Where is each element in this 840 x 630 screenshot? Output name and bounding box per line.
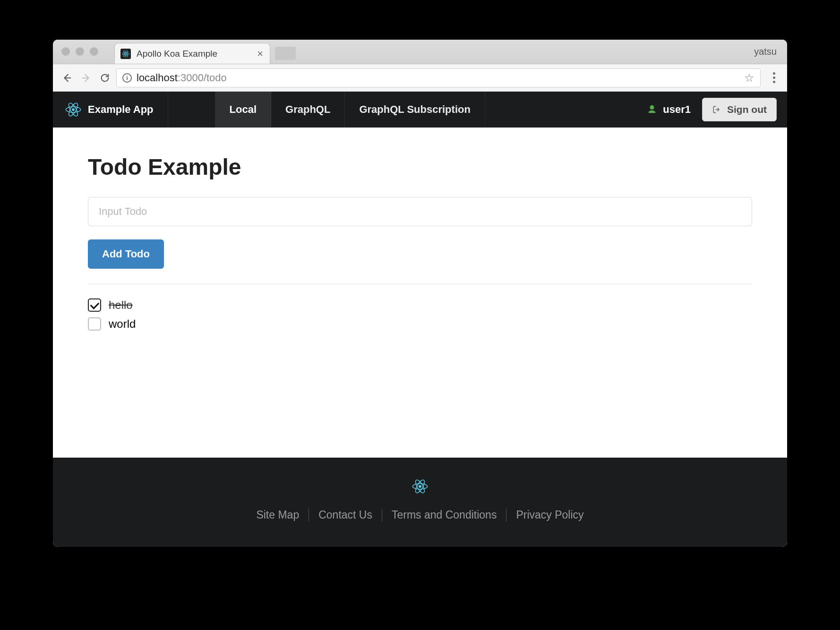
window-maximize-dot[interactable] — [90, 47, 98, 56]
react-icon — [412, 478, 428, 494]
app-nav: Example App Local GraphQL GraphQL Subscr… — [53, 92, 787, 128]
window-close-dot[interactable] — [61, 47, 70, 56]
sign-out-label: Sign out — [727, 104, 767, 115]
chrome-menu-button[interactable] — [767, 72, 780, 83]
footer: Site Map Contact Us Terms and Conditions… — [53, 458, 787, 547]
chrome-tab-strip: Apollo Koa Example × yatsu — [53, 40, 787, 64]
add-todo-button[interactable]: Add Todo — [88, 239, 164, 269]
todo-item: hello — [88, 296, 752, 315]
divider — [88, 284, 752, 284]
todo-text: hello — [109, 298, 133, 312]
url-path: :3000/todo — [178, 72, 227, 84]
profile-name[interactable]: yatsu — [754, 46, 777, 57]
arrow-right-icon — [81, 73, 91, 83]
todo-text: world — [109, 317, 136, 331]
todo-input[interactable] — [88, 197, 752, 226]
browser-tab[interactable]: Apollo Koa Example × — [114, 43, 270, 64]
window-minimize-dot[interactable] — [76, 47, 84, 56]
back-button[interactable] — [60, 70, 75, 85]
user-label: user1 — [663, 103, 691, 116]
brand[interactable]: Example App — [53, 92, 168, 128]
sign-out-icon — [712, 105, 721, 114]
tab-title: Apollo Koa Example — [137, 49, 251, 59]
nav-item-graphql-subscription[interactable]: GraphQL Subscription — [345, 92, 485, 128]
arrow-left-icon — [62, 73, 72, 83]
chrome-toolbar: i localhost:3000/todo ☆ — [53, 64, 787, 92]
page-content: Example App Local GraphQL GraphQL Subscr… — [53, 92, 787, 547]
footer-links: Site Map Contact Us Terms and Conditions… — [247, 509, 593, 521]
url-host: localhost — [137, 72, 178, 84]
todo-checkbox[interactable] — [88, 298, 101, 312]
reload-button[interactable] — [97, 70, 112, 85]
sign-out-button[interactable]: Sign out — [702, 98, 777, 121]
react-icon — [122, 50, 129, 58]
todo-checkbox[interactable] — [88, 317, 101, 331]
page-title: Todo Example — [88, 154, 752, 180]
tab-favicon — [120, 49, 131, 59]
forward-button[interactable] — [78, 70, 94, 85]
footer-link-contact-us[interactable]: Contact Us — [309, 509, 382, 521]
site-info-icon[interactable]: i — [122, 73, 132, 83]
new-tab-button[interactable] — [275, 47, 296, 60]
todo-item: world — [88, 315, 752, 333]
react-icon — [65, 102, 81, 118]
nav-item-graphql[interactable]: GraphQL — [271, 92, 345, 128]
window-controls — [61, 47, 98, 56]
nav-item-local[interactable]: Local — [215, 92, 271, 128]
bookmark-star-icon[interactable]: ☆ — [744, 71, 754, 85]
todo-list: helloworld — [88, 296, 752, 333]
browser-window: Apollo Koa Example × yatsu i localhost:3… — [53, 40, 787, 547]
footer-link-privacy[interactable]: Privacy Policy — [506, 509, 593, 521]
svg-point-3 — [125, 53, 127, 54]
svg-point-11 — [419, 485, 421, 488]
brand-label: Example App — [88, 103, 154, 116]
address-bar[interactable]: i localhost:3000/todo ☆ — [116, 68, 761, 87]
reload-icon — [100, 73, 110, 83]
svg-point-7 — [72, 108, 75, 111]
user-icon — [647, 104, 657, 115]
footer-link-site-map[interactable]: Site Map — [247, 509, 309, 521]
tab-close-icon[interactable]: × — [257, 49, 263, 59]
current-user[interactable]: user1 — [647, 103, 691, 116]
main: Todo Example Add Todo helloworld — [53, 128, 787, 458]
footer-link-terms[interactable]: Terms and Conditions — [382, 509, 506, 521]
